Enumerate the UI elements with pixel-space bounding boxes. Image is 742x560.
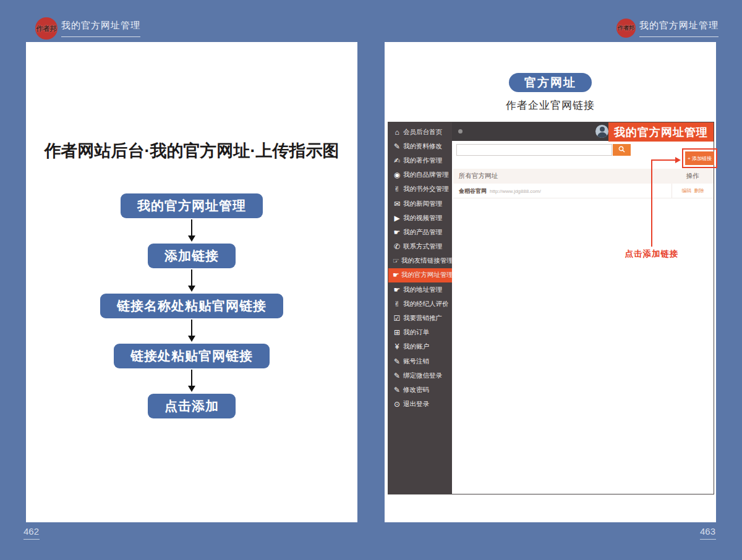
sidebar-item-label: 我的账户 xyxy=(403,342,429,351)
sidebar-item-13[interactable]: ✌我的经纪人评价 xyxy=(388,297,452,311)
sidebar-item-3[interactable]: ✍我的著作管理 xyxy=(388,153,452,168)
flowchart: 我的官方网址管理添加链接链接名称处粘贴官网链接链接处粘贴官网链接点击添加 xyxy=(26,193,357,418)
flow-step-box: 添加链接 xyxy=(148,244,236,268)
sidebar-item-label: 我的书外交管理 xyxy=(403,185,449,193)
sidebar-item-label: 我的著作管理 xyxy=(403,156,442,165)
flow-arrow-icon xyxy=(191,318,192,344)
book-spread: 作者邦 我的官方网址管理 作者邦 我的官方网址管理 作者网站后台·我的官方网址·… xyxy=(0,0,742,560)
flow-step-box: 链接名称处粘贴官网链接 xyxy=(100,294,283,318)
sidebar-item-5[interactable]: ✌我的书外交管理 xyxy=(388,182,452,197)
sidebar-item-14[interactable]: ☑我要营销推广 xyxy=(388,311,452,325)
status-dot-icon xyxy=(458,129,463,134)
flowchart-title: 作者网站后台·我的官方网址·上传指示图 xyxy=(26,140,357,162)
add-link-button[interactable]: + 添加链接 xyxy=(685,151,714,165)
account-icon: ¥ xyxy=(393,342,401,351)
page-title-badge: 我的官方网址管理 xyxy=(608,122,714,142)
sidebar-item-label: 我的自品牌管理 xyxy=(403,171,449,179)
sidebar-item-2[interactable]: ✎我的资料修改 xyxy=(388,139,452,153)
page-left: 作者网站后台·我的官方网址·上传指示图 我的官方网址管理添加链接链接名称处粘贴官… xyxy=(26,42,357,522)
page-right: 官方网址 作者企业官网链接 ⌂会员后台首页✎我的资料修改✍我的著作管理◉我的自品… xyxy=(385,42,716,522)
admin-main: 我的官方网址管理 + 添加链接 所有官方网址 操作 金稻谷官网http://ww… xyxy=(452,122,714,494)
deactivate-icon: ✎ xyxy=(393,357,401,366)
flow-step-box: 我的官方网址管理 xyxy=(121,193,263,218)
sidebar-item-1[interactable]: ⌂会员后台首页 xyxy=(388,125,452,139)
product-icon: ☛ xyxy=(393,228,401,237)
sidebar-item-8[interactable]: ☛我的产品管理 xyxy=(388,225,452,239)
address-icon: ☛ xyxy=(393,286,401,294)
sidebar-item-label: 我的订单 xyxy=(403,328,429,337)
sidebar-item-10[interactable]: ☞我的友情链接管理 xyxy=(388,254,452,268)
news-icon: ✉ xyxy=(393,200,401,208)
books-icon: ✍ xyxy=(393,156,401,165)
sidebar-item-label: 会员后台首页 xyxy=(403,128,442,137)
header-right: 作者邦 我的官方网址管理 xyxy=(616,19,719,38)
video-icon: ▶ xyxy=(393,214,401,223)
table-header-name: 所有官方网址 xyxy=(453,172,672,180)
sidebar-item-label: 退出登录 xyxy=(403,400,429,409)
website-icon: ☛ xyxy=(393,271,399,279)
logout-icon: ⊙ xyxy=(393,400,401,409)
header-title: 我的官方网址管理 xyxy=(639,20,719,30)
sidebar-item-15[interactable]: ⊞我的订单 xyxy=(388,326,452,340)
page-number-left: 462 xyxy=(23,526,40,540)
search-button[interactable] xyxy=(613,144,631,156)
promote-icon: ☑ xyxy=(393,314,401,323)
search-input[interactable] xyxy=(456,144,612,156)
flow-step-box: 链接处粘贴官网链接 xyxy=(114,344,270,368)
camera-icon: ◉ xyxy=(393,171,401,179)
section-subtitle: 作者企业官网链接 xyxy=(385,98,716,112)
header-title: 我的官方网址管理 xyxy=(61,20,140,30)
sidebar-item-7[interactable]: ▶我的视频管理 xyxy=(388,211,452,225)
agent-icon: ✌ xyxy=(393,300,401,308)
page-number-right: 463 xyxy=(700,526,716,540)
sidebar-item-20[interactable]: ⊙退出登录 xyxy=(388,397,452,412)
header-left: 作者邦 我的官方网址管理 xyxy=(35,17,140,40)
annotation-text: 点击添加链接 xyxy=(620,248,683,260)
table-row: 金稻谷官网http://www.jdg888.com/编辑删除 xyxy=(453,184,714,198)
edit-link[interactable]: 编辑 xyxy=(682,187,692,194)
home-icon: ⌂ xyxy=(393,128,401,137)
sidebar-item-label: 账号注销 xyxy=(403,357,429,366)
sidebar-item-label: 我的经纪人评价 xyxy=(403,300,449,308)
sidebar-item-9[interactable]: ✆联系方式管理 xyxy=(388,240,452,254)
sidebar-item-19[interactable]: ✎修改密码 xyxy=(388,383,452,397)
sidebar-item-4[interactable]: ◉我的自品牌管理 xyxy=(388,168,452,182)
site-name: 金稻谷官网 xyxy=(459,188,487,194)
sidebar-item-16[interactable]: ¥我的账户 xyxy=(388,340,452,354)
sidebar-item-11[interactable]: ☛我的官方网址管理 xyxy=(388,268,452,282)
sidebar-nav: ⌂会员后台首页✎我的资料修改✍我的著作管理◉我的自品牌管理✌我的书外交管理✉我的… xyxy=(388,122,452,494)
delete-link[interactable]: 删除 xyxy=(694,187,704,194)
sidebar-item-18[interactable]: ✎绑定微信登录 xyxy=(388,368,452,383)
sidebar-item-label: 修改密码 xyxy=(403,386,429,394)
orders-icon: ⊞ xyxy=(393,328,401,337)
flow-arrow-icon xyxy=(191,268,192,294)
sidebar-item-label: 我要营销推广 xyxy=(403,314,442,323)
sidebar-item-6[interactable]: ✉我的新闻管理 xyxy=(388,197,452,211)
sidebar-item-label: 我的新闻管理 xyxy=(403,200,442,208)
section-pill: 官方网址 xyxy=(509,73,592,92)
edit-profile-icon: ✎ xyxy=(393,142,401,151)
sidebar-item-label: 我的视频管理 xyxy=(403,214,442,223)
sidebar-item-label: 我的官方网址管理 xyxy=(401,271,453,279)
sidebar-item-label: 绑定微信登录 xyxy=(403,371,442,380)
sidebar-item-label: 联系方式管理 xyxy=(403,242,442,251)
sidebar-item-label: 我的产品管理 xyxy=(403,228,442,237)
sidebar-item-12[interactable]: ☛我的地址管理 xyxy=(388,282,452,297)
annotation-arrow-icon xyxy=(675,157,681,163)
annotation-line xyxy=(651,159,652,247)
links-table: 所有官方网址 操作 金稻谷官网http://www.jdg888.com/编辑删… xyxy=(453,169,714,198)
friend-link-icon: ☞ xyxy=(393,257,399,265)
table-header-actions: 操作 xyxy=(672,169,714,184)
wechat-bind-icon: ✎ xyxy=(393,371,401,380)
flow-arrow-icon xyxy=(191,368,192,394)
flow-step-box: 点击添加 xyxy=(148,394,236,418)
handshake-icon: ✌ xyxy=(393,185,401,193)
table-header-row: 所有官方网址 操作 xyxy=(453,169,714,184)
magnifier-icon xyxy=(618,145,625,155)
admin-screenshot: ⌂会员后台首页✎我的资料修改✍我的著作管理◉我的自品牌管理✌我的书外交管理✉我的… xyxy=(388,122,714,494)
password-icon: ✎ xyxy=(393,386,401,394)
sidebar-item-label: 我的友情链接管理 xyxy=(401,257,453,265)
user-avatar[interactable] xyxy=(595,125,608,138)
brand-logo: 作者邦 xyxy=(35,17,58,40)
sidebar-item-17[interactable]: ✎账号注销 xyxy=(388,354,452,368)
